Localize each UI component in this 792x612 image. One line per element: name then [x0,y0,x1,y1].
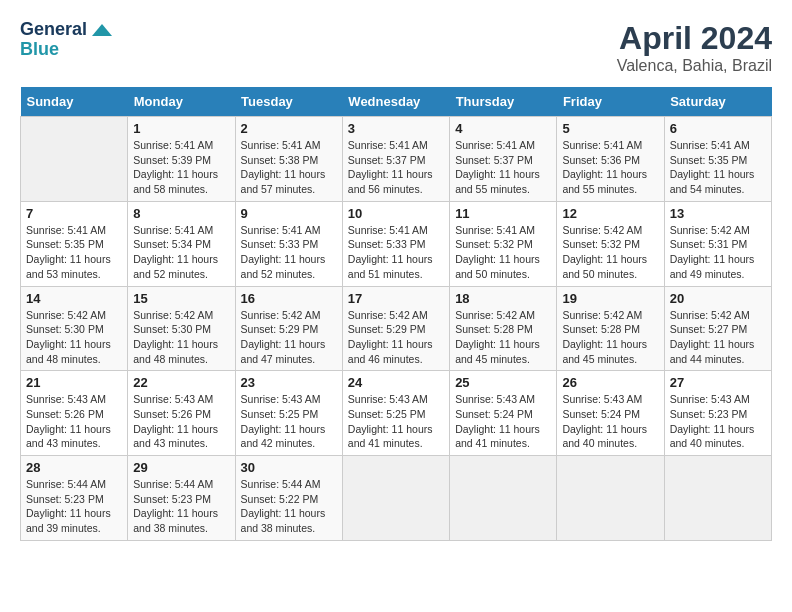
calendar-week-row: 14Sunrise: 5:42 AMSunset: 5:30 PMDayligh… [21,286,772,371]
calendar-header-tuesday: Tuesday [235,87,342,117]
day-info: Sunrise: 5:42 AMSunset: 5:27 PMDaylight:… [670,308,766,367]
calendar-header-thursday: Thursday [450,87,557,117]
day-info: Sunrise: 5:43 AMSunset: 5:23 PMDaylight:… [670,392,766,451]
calendar-cell [342,456,449,541]
day-number: 19 [562,291,658,306]
day-info: Sunrise: 5:44 AMSunset: 5:22 PMDaylight:… [241,477,337,536]
page-header: General Blue April 2024 Valenca, Bahia, … [20,20,772,75]
day-number: 21 [26,375,122,390]
day-number: 3 [348,121,444,136]
day-info: Sunrise: 5:41 AMSunset: 5:33 PMDaylight:… [241,223,337,282]
calendar-cell: 15Sunrise: 5:42 AMSunset: 5:30 PMDayligh… [128,286,235,371]
day-number: 28 [26,460,122,475]
day-info: Sunrise: 5:41 AMSunset: 5:39 PMDaylight:… [133,138,229,197]
day-number: 27 [670,375,766,390]
day-number: 13 [670,206,766,221]
day-info: Sunrise: 5:42 AMSunset: 5:29 PMDaylight:… [348,308,444,367]
day-number: 1 [133,121,229,136]
day-info: Sunrise: 5:42 AMSunset: 5:30 PMDaylight:… [133,308,229,367]
day-number: 15 [133,291,229,306]
logo: General Blue [20,20,112,60]
day-info: Sunrise: 5:43 AMSunset: 5:25 PMDaylight:… [348,392,444,451]
calendar-week-row: 1Sunrise: 5:41 AMSunset: 5:39 PMDaylight… [21,117,772,202]
day-info: Sunrise: 5:42 AMSunset: 5:28 PMDaylight:… [455,308,551,367]
day-info: Sunrise: 5:42 AMSunset: 5:32 PMDaylight:… [562,223,658,282]
day-number: 26 [562,375,658,390]
day-number: 10 [348,206,444,221]
calendar-cell: 1Sunrise: 5:41 AMSunset: 5:39 PMDaylight… [128,117,235,202]
day-number: 29 [133,460,229,475]
calendar-cell: 29Sunrise: 5:44 AMSunset: 5:23 PMDayligh… [128,456,235,541]
calendar-cell: 4Sunrise: 5:41 AMSunset: 5:37 PMDaylight… [450,117,557,202]
day-number: 9 [241,206,337,221]
day-number: 25 [455,375,551,390]
day-info: Sunrise: 5:41 AMSunset: 5:34 PMDaylight:… [133,223,229,282]
day-info: Sunrise: 5:42 AMSunset: 5:28 PMDaylight:… [562,308,658,367]
calendar-cell: 2Sunrise: 5:41 AMSunset: 5:38 PMDaylight… [235,117,342,202]
day-info: Sunrise: 5:43 AMSunset: 5:24 PMDaylight:… [455,392,551,451]
calendar-cell: 6Sunrise: 5:41 AMSunset: 5:35 PMDaylight… [664,117,771,202]
calendar-cell: 17Sunrise: 5:42 AMSunset: 5:29 PMDayligh… [342,286,449,371]
day-info: Sunrise: 5:42 AMSunset: 5:29 PMDaylight:… [241,308,337,367]
calendar-cell: 24Sunrise: 5:43 AMSunset: 5:25 PMDayligh… [342,371,449,456]
calendar-cell: 3Sunrise: 5:41 AMSunset: 5:37 PMDaylight… [342,117,449,202]
day-number: 2 [241,121,337,136]
calendar-cell: 5Sunrise: 5:41 AMSunset: 5:36 PMDaylight… [557,117,664,202]
calendar-week-row: 7Sunrise: 5:41 AMSunset: 5:35 PMDaylight… [21,201,772,286]
day-info: Sunrise: 5:43 AMSunset: 5:24 PMDaylight:… [562,392,658,451]
calendar-cell: 11Sunrise: 5:41 AMSunset: 5:32 PMDayligh… [450,201,557,286]
day-info: Sunrise: 5:43 AMSunset: 5:26 PMDaylight:… [26,392,122,451]
day-number: 7 [26,206,122,221]
calendar-cell: 10Sunrise: 5:41 AMSunset: 5:33 PMDayligh… [342,201,449,286]
day-number: 5 [562,121,658,136]
day-number: 24 [348,375,444,390]
calendar-cell: 8Sunrise: 5:41 AMSunset: 5:34 PMDaylight… [128,201,235,286]
calendar-cell: 28Sunrise: 5:44 AMSunset: 5:23 PMDayligh… [21,456,128,541]
calendar-cell [450,456,557,541]
day-info: Sunrise: 5:44 AMSunset: 5:23 PMDaylight:… [26,477,122,536]
title-block: April 2024 Valenca, Bahia, Brazil [617,20,772,75]
calendar-header-friday: Friday [557,87,664,117]
calendar-cell [664,456,771,541]
day-info: Sunrise: 5:41 AMSunset: 5:37 PMDaylight:… [455,138,551,197]
calendar-cell: 13Sunrise: 5:42 AMSunset: 5:31 PMDayligh… [664,201,771,286]
day-info: Sunrise: 5:41 AMSunset: 5:36 PMDaylight:… [562,138,658,197]
calendar-cell: 20Sunrise: 5:42 AMSunset: 5:27 PMDayligh… [664,286,771,371]
calendar-cell: 26Sunrise: 5:43 AMSunset: 5:24 PMDayligh… [557,371,664,456]
day-number: 14 [26,291,122,306]
calendar-cell: 18Sunrise: 5:42 AMSunset: 5:28 PMDayligh… [450,286,557,371]
calendar-header-saturday: Saturday [664,87,771,117]
day-number: 12 [562,206,658,221]
day-number: 6 [670,121,766,136]
day-info: Sunrise: 5:43 AMSunset: 5:26 PMDaylight:… [133,392,229,451]
calendar-week-row: 28Sunrise: 5:44 AMSunset: 5:23 PMDayligh… [21,456,772,541]
day-number: 22 [133,375,229,390]
day-number: 23 [241,375,337,390]
calendar-cell: 30Sunrise: 5:44 AMSunset: 5:22 PMDayligh… [235,456,342,541]
calendar-cell [21,117,128,202]
calendar-header-monday: Monday [128,87,235,117]
day-number: 18 [455,291,551,306]
day-number: 11 [455,206,551,221]
page-subtitle: Valenca, Bahia, Brazil [617,57,772,75]
calendar-week-row: 21Sunrise: 5:43 AMSunset: 5:26 PMDayligh… [21,371,772,456]
calendar-cell: 25Sunrise: 5:43 AMSunset: 5:24 PMDayligh… [450,371,557,456]
day-info: Sunrise: 5:43 AMSunset: 5:25 PMDaylight:… [241,392,337,451]
day-info: Sunrise: 5:41 AMSunset: 5:35 PMDaylight:… [670,138,766,197]
calendar-cell: 16Sunrise: 5:42 AMSunset: 5:29 PMDayligh… [235,286,342,371]
day-info: Sunrise: 5:41 AMSunset: 5:33 PMDaylight:… [348,223,444,282]
day-info: Sunrise: 5:41 AMSunset: 5:37 PMDaylight:… [348,138,444,197]
logo-line1: General [20,20,112,40]
calendar-cell: 27Sunrise: 5:43 AMSunset: 5:23 PMDayligh… [664,371,771,456]
day-number: 8 [133,206,229,221]
day-number: 4 [455,121,551,136]
logo-line2: Blue [20,40,112,60]
calendar-table: SundayMondayTuesdayWednesdayThursdayFrid… [20,87,772,541]
calendar-header-sunday: Sunday [21,87,128,117]
day-info: Sunrise: 5:41 AMSunset: 5:35 PMDaylight:… [26,223,122,282]
day-number: 30 [241,460,337,475]
calendar-cell: 12Sunrise: 5:42 AMSunset: 5:32 PMDayligh… [557,201,664,286]
calendar-cell: 14Sunrise: 5:42 AMSunset: 5:30 PMDayligh… [21,286,128,371]
day-number: 17 [348,291,444,306]
day-number: 20 [670,291,766,306]
